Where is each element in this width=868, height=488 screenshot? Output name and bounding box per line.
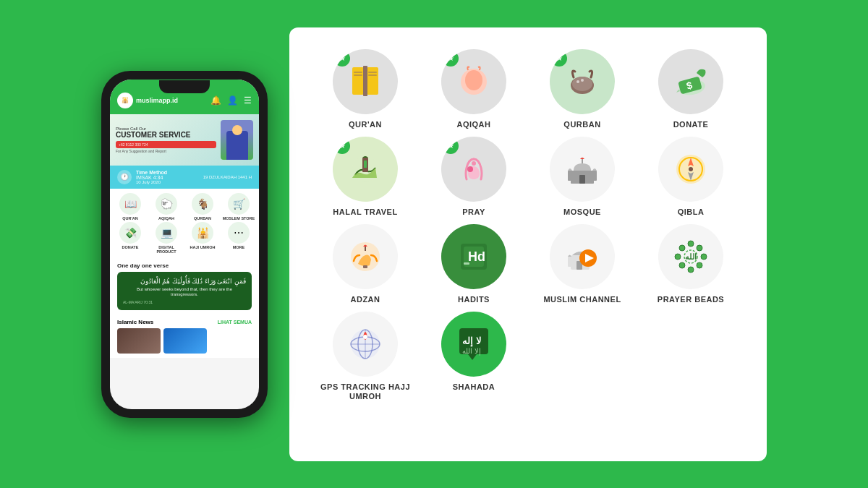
menu-more[interactable]: ⋯ MORE — [221, 222, 256, 254]
bell-icon[interactable]: 🔔 — [210, 95, 221, 106]
qurban-svg-icon — [561, 60, 604, 103]
menu-quran[interactable]: 📖 QUR'AN — [113, 193, 148, 221]
profile-icon[interactable]: 👤 — [227, 95, 238, 106]
svg-point-13 — [576, 80, 579, 83]
grid-item-quran[interactable]: ★ ✦ QUR'AN — [311, 49, 420, 129]
header-icons: 🔔 👤 ☰ — [210, 95, 252, 106]
banner-text: Please Call Our CUSTOMER SERVICE +62 811… — [116, 127, 216, 153]
verse-english: But whoever seeks beyond that, then they… — [123, 287, 246, 299]
menu-icon[interactable]: ☰ — [244, 95, 252, 106]
quran-menu-icon: 📖 — [119, 193, 141, 215]
adzan-icon-circle — [333, 224, 398, 289]
verse-ref: AL-MA'ARIJ 70:31 — [123, 300, 246, 304]
news-header: Islamic News LIHAT SEMUA — [117, 319, 252, 325]
grid-item-beads[interactable]: ✦ الله — [637, 224, 745, 304]
menu-moslem-store[interactable]: 🛒 MOSLEM STORE — [221, 193, 256, 221]
grid-item-qurban[interactable]: ★ QURBAN — [528, 49, 637, 129]
svg-point-29 — [689, 167, 693, 171]
hadits-svg-icon: Hd — [452, 235, 495, 278]
svg-rect-25 — [592, 171, 597, 181]
hadits-label: HADITS — [458, 295, 490, 304]
banner-phone: +62 8112 333 724 — [116, 141, 216, 148]
banner-sub: For Any Suggestion and Report — [116, 149, 216, 153]
news-image-2[interactable] — [163, 328, 207, 354]
menu-aqiqah[interactable]: 🐑 AQIQAH — [149, 193, 184, 221]
phone-mockup: 🕌 muslimapp.id 🔔 👤 ☰ Please Call Our CUS… — [101, 71, 268, 418]
pray-star-badge: ★ — [443, 138, 459, 154]
grid-item-gps[interactable]: GPS TRACKING HAJJ UMROH — [311, 312, 420, 401]
donate-svg-icon: $ — [669, 60, 712, 103]
phone-screen: 🕌 muslimapp.id 🔔 👤 ☰ Please Call Our CUS… — [110, 80, 259, 409]
beads-svg-icon: الله — [669, 235, 712, 278]
grid-item-mosque[interactable]: ✦ MOSQUE — [528, 137, 637, 217]
news-more-button[interactable]: LIHAT SEMUA — [218, 320, 252, 325]
news-title: Islamic News — [117, 319, 153, 325]
verse-arabic: فَمَنِ ابْتَغَىٰ وَرَاءَ ذَٰلِكَ فَأُولَ… — [123, 278, 246, 285]
digital-menu-icon: 💻 — [156, 222, 177, 244]
grid-item-aqiqah[interactable]: ★ AQIQAH — [420, 49, 528, 129]
adzan-label: ADZAN — [351, 295, 380, 304]
quran-sparkle: ✦ — [390, 52, 395, 59]
news-section: Islamic News LIHAT SEMUA — [110, 314, 259, 358]
menu-donate[interactable]: 💸 DONATE — [113, 222, 148, 254]
svg-rect-39 — [568, 257, 571, 267]
shahada-sparkle-2: ✦ — [497, 369, 501, 374]
svg-rect-24 — [568, 171, 572, 181]
travel-label: HALAL TRAVEL — [333, 207, 397, 217]
verse-title: One day one verse — [117, 262, 252, 269]
grid-item-donate[interactable]: $ DONATE — [637, 49, 745, 129]
imsak-time: IMSAK 4:34 — [136, 175, 199, 180]
qibla-label: QIBLA — [678, 207, 705, 217]
svg-point-43 — [697, 245, 702, 251]
qurban-icon-circle: ★ — [550, 49, 615, 114]
grid-item-channel[interactable]: ✦ ✦ MUSLIM CHANNEL — [528, 224, 637, 304]
qibla-icon-circle — [658, 137, 723, 202]
grid-item-adzan[interactable]: ADZAN — [311, 224, 420, 304]
hijri-date: 19 DZULKAIDAH 1441 H — [203, 175, 252, 179]
svg-rect-3 — [354, 72, 362, 73]
svg-point-45 — [697, 262, 702, 268]
verse-box: فَمَنِ ابْتَغَىٰ وَرَاءَ ذَٰلِكَ فَأُولَ… — [117, 272, 252, 311]
grid-item-hadits[interactable]: Hd HADITS — [420, 224, 528, 304]
shahada-svg-icon: لا إله إلا الله — [452, 322, 495, 366]
grid-item-travel[interactable]: ★ HALAL TRAVEL — [311, 137, 420, 217]
travel-star-badge: ★ — [334, 138, 350, 154]
aqiqah-menu-icon: 🐑 — [156, 193, 177, 215]
menu-digital[interactable]: 💻 DIGITAL PRODUCT — [149, 222, 184, 254]
more-menu-icon: ⋯ — [228, 222, 250, 244]
aqiqah-menu-label: AQIQAH — [158, 216, 174, 221]
grid-item-shahada[interactable]: ✦ ✦ لا إله إلا الله SHAHADA — [420, 312, 528, 401]
svg-rect-36 — [464, 262, 469, 265]
time-info: Time Method IMSAK 4:34 10 July 2020 — [136, 170, 199, 184]
verse-section: One day one verse فَمَنِ ابْتَغَىٰ وَرَا… — [110, 258, 259, 315]
svg-point-49 — [679, 245, 685, 251]
time-section: 🕐 Time Method IMSAK 4:34 10 July 2020 19… — [110, 166, 259, 189]
menu-qurban[interactable]: 🐐 QURBAN — [185, 193, 220, 221]
svg-point-8 — [465, 70, 482, 90]
store-menu-label: MOSLEM STORE — [223, 216, 255, 221]
mosque-label: MOSQUE — [563, 207, 601, 217]
digital-menu-label: DIGITAL PRODUCT — [149, 245, 184, 254]
svg-point-47 — [679, 262, 685, 268]
adzan-svg-icon — [344, 235, 387, 278]
donate-icon-circle: $ — [658, 49, 723, 114]
grid-item-pray[interactable]: ★ PRAY — [420, 137, 528, 217]
qurban-menu-label: QURBAN — [194, 216, 211, 221]
pray-icon-circle: ★ — [441, 137, 506, 202]
svg-rect-32 — [363, 265, 367, 268]
gps-svg-icon — [344, 322, 387, 366]
person-head — [232, 125, 242, 135]
aqiqah-icon-circle: ★ — [441, 49, 506, 114]
pray-svg-icon — [452, 147, 495, 191]
right-panel: ★ ✦ QUR'AN ★ — [289, 27, 767, 461]
svg-point-57 — [363, 335, 367, 339]
gps-label: GPS TRACKING HAJJ UMROH — [311, 382, 420, 401]
travel-svg-icon — [344, 147, 387, 191]
hadits-icon-circle: Hd — [441, 224, 506, 289]
donate-menu-icon: 💸 — [119, 222, 141, 244]
svg-point-46 — [688, 267, 694, 273]
news-image-1[interactable] — [117, 328, 161, 354]
grid-item-qibla[interactable]: QIBLA — [637, 137, 745, 217]
phone-notch — [159, 80, 210, 93]
menu-haji[interactable]: 🕌 HAJI UMROH — [185, 222, 220, 254]
